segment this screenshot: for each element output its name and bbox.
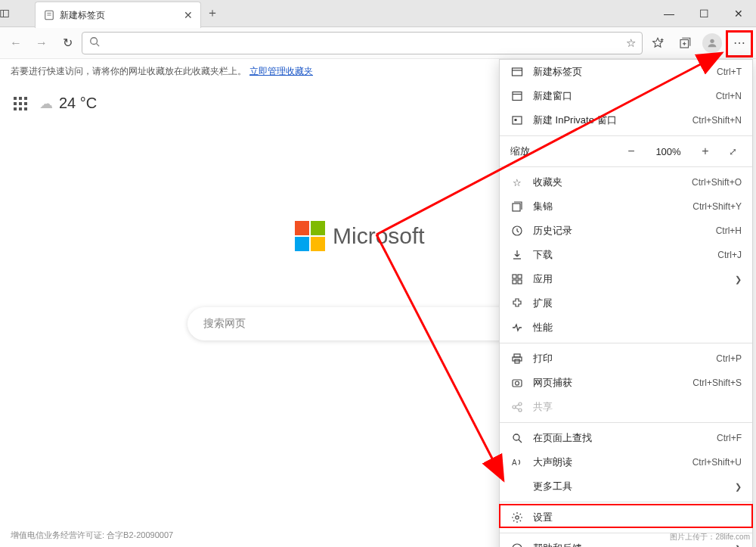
- microsoft-logo-icon: [295, 221, 325, 251]
- search-placeholder: 搜索网页: [203, 317, 246, 331]
- favorites-hint-text: 若要进行快速访问，请将你的网址收藏放在此收藏夹栏上。: [11, 65, 246, 78]
- svg-rect-0: [1, 11, 9, 17]
- zoom-value: 100%: [649, 146, 687, 157]
- svg-point-39: [516, 516, 519, 519]
- performance-icon: [510, 321, 524, 334]
- zoom-in-button[interactable]: +: [695, 145, 716, 158]
- inprivate-icon: [510, 113, 524, 127]
- new-window-icon: [510, 89, 524, 103]
- tab-title: 新建标签页: [60, 9, 105, 22]
- new-tab-icon: [510, 65, 524, 79]
- print-icon: [510, 352, 524, 365]
- apps-icon: [510, 272, 524, 286]
- manage-favorites-link[interactable]: 立即管理收藏夹: [249, 65, 313, 78]
- svg-rect-19: [513, 204, 520, 211]
- menu-new-window[interactable]: 新建窗口 Ctrl+N: [500, 84, 752, 108]
- svg-rect-29: [513, 380, 522, 387]
- zoom-label: 缩放: [510, 145, 542, 158]
- menu-zoom-row: 缩放 − 100% + ⤢: [500, 139, 752, 163]
- maximize-button[interactable]: ☐: [686, 0, 721, 27]
- svg-point-33: [519, 409, 522, 412]
- svg-line-37: [519, 440, 522, 443]
- menu-print[interactable]: 打印 Ctrl+P: [500, 347, 752, 371]
- svg-rect-13: [513, 68, 522, 76]
- download-icon: [510, 248, 524, 262]
- chevron-right-icon: ❯: [735, 482, 742, 492]
- tabs-panel-icon[interactable]: [0, 0, 9, 27]
- svg-line-34: [516, 405, 519, 406]
- help-icon: ?: [510, 542, 524, 547]
- svg-point-31: [513, 406, 516, 409]
- close-tab-icon[interactable]: ✕: [184, 9, 193, 21]
- favorite-star-icon[interactable]: ☆: [626, 36, 636, 50]
- svg-rect-15: [513, 92, 522, 101]
- chevron-right-icon: ❯: [735, 275, 742, 284]
- minimize-button[interactable]: —: [652, 0, 686, 27]
- microsoft-logo: Microsoft: [295, 221, 425, 251]
- browser-tab[interactable]: 新建标签页 ✕: [35, 2, 201, 28]
- star-icon: ☆: [510, 176, 524, 189]
- menu-extensions[interactable]: 扩展: [500, 291, 752, 315]
- title-bar: 新建标签页 ✕ ＋ — ☐ ✕: [0, 0, 756, 27]
- refresh-button[interactable]: ↻: [56, 32, 79, 54]
- license-text: 增值电信业务经营许可证: 合字B2-20090007: [11, 530, 173, 541]
- extensions-icon: [510, 297, 524, 310]
- back-button[interactable]: ←: [5, 32, 27, 54]
- svg-line-35: [516, 408, 519, 409]
- forward-button[interactable]: →: [30, 32, 53, 54]
- svg-rect-17: [513, 117, 522, 124]
- share-icon: [510, 400, 524, 414]
- search-icon: [88, 36, 101, 49]
- profile-avatar[interactable]: [700, 32, 724, 54]
- settings-menu: 新建标签页 Ctrl+T 新建窗口 Ctrl+N 新建 InPrivate 窗口…: [499, 59, 753, 547]
- menu-more-tools[interactable]: 更多工具 ❯: [500, 474, 752, 499]
- svg-point-30: [516, 381, 519, 385]
- svg-point-12: [710, 39, 714, 42]
- apps-grid-icon[interactable]: [14, 97, 27, 110]
- svg-rect-26: [514, 354, 520, 357]
- favorites-icon[interactable]: [646, 32, 670, 54]
- menu-history[interactable]: 历史记录 Ctrl+H: [500, 219, 752, 243]
- weather-temp: 24 °C: [59, 95, 97, 112]
- menu-collections[interactable]: 集锦 Ctrl+Shift+Y: [500, 194, 752, 219]
- collections-menu-icon: [510, 200, 524, 213]
- address-bar[interactable]: ☆: [82, 32, 643, 54]
- fullscreen-button[interactable]: ⤢: [723, 146, 742, 157]
- menu-share: 共享: [500, 395, 752, 419]
- svg-point-5: [91, 38, 98, 45]
- more-button[interactable]: ⋯: [727, 32, 751, 54]
- history-icon: [510, 224, 524, 238]
- weather-widget[interactable]: ☁ 24 °C: [39, 95, 97, 112]
- menu-performance[interactable]: 性能: [500, 315, 752, 340]
- menu-settings[interactable]: 设置: [500, 505, 752, 530]
- svg-line-44: [376, 235, 503, 480]
- menu-new-tab[interactable]: 新建标签页 Ctrl+T: [500, 60, 752, 84]
- page-icon: [43, 9, 55, 21]
- menu-find[interactable]: 在页面上查找 Ctrl+F: [500, 426, 752, 450]
- close-window-button[interactable]: ✕: [721, 0, 756, 27]
- menu-favorites[interactable]: ☆ 收藏夹 Ctrl+Shift+O: [500, 170, 752, 194]
- new-tab-button[interactable]: ＋: [201, 0, 224, 26]
- svg-rect-18: [515, 119, 517, 121]
- svg-point-32: [519, 402, 522, 406]
- window-controls: — ☐ ✕: [652, 0, 756, 26]
- svg-rect-24: [513, 280, 516, 284]
- svg-line-6: [97, 44, 100, 47]
- svg-rect-25: [518, 280, 522, 284]
- find-icon: [510, 431, 524, 445]
- zoom-out-button[interactable]: −: [621, 145, 642, 158]
- collections-icon[interactable]: [673, 32, 697, 54]
- menu-read-aloud[interactable]: A 大声朗读 Ctrl+Shift+U: [500, 450, 752, 474]
- cloud-icon: ☁: [39, 95, 53, 112]
- chevron-right-icon: ❯: [735, 544, 742, 548]
- gear-icon: [510, 511, 524, 524]
- menu-apps[interactable]: 应用 ❯: [500, 267, 752, 291]
- svg-text:A: A: [512, 458, 517, 467]
- svg-rect-22: [513, 275, 516, 278]
- svg-rect-23: [518, 275, 522, 278]
- read-aloud-icon: A: [510, 455, 524, 469]
- capture-icon: [510, 376, 524, 390]
- menu-capture[interactable]: 网页捕获 Ctrl+Shift+S: [500, 371, 752, 395]
- menu-new-inprivate[interactable]: 新建 InPrivate 窗口 Ctrl+Shift+N: [500, 108, 752, 132]
- menu-downloads[interactable]: 下载 Ctrl+J: [500, 243, 752, 267]
